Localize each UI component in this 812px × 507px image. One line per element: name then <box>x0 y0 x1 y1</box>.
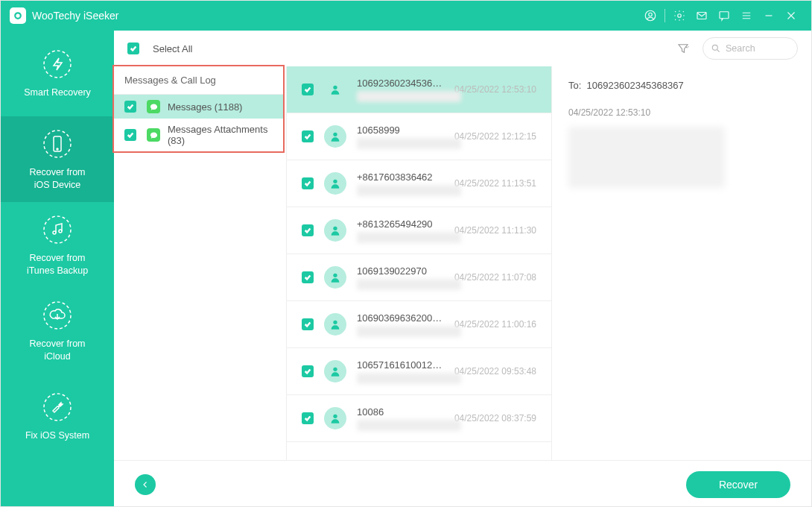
message-title: 10657161610012… <box>357 359 447 371</box>
message-row[interactable]: 10692360234536…04/25/2022 12:53:10 <box>287 66 551 113</box>
sidebar-item-recover-itunes[interactable]: Recover from iTunes Backup <box>1 202 114 288</box>
tree-item-checkbox[interactable] <box>124 129 136 141</box>
select-all-checkbox[interactable] <box>127 42 139 54</box>
filter-icon[interactable] <box>671 38 695 59</box>
svg-point-6 <box>44 130 71 157</box>
message-time: 04/25/2022 09:53:48 <box>454 366 536 377</box>
message-title: 10690369636200… <box>357 312 447 324</box>
message-preview-redacted <box>357 91 461 102</box>
message-preview-redacted <box>357 420 461 431</box>
message-checkbox[interactable] <box>302 412 314 424</box>
avatar <box>324 313 346 336</box>
sidebar-item-smart-recovery[interactable]: Smart Recovery <box>1 31 114 116</box>
message-title: 10086 <box>357 406 447 418</box>
tree-item-label: Messages (1188) <box>168 101 242 113</box>
svg-rect-7 <box>54 136 61 151</box>
sidebar-item-label: Recover from iCloud <box>29 338 85 363</box>
message-preview-redacted <box>357 373 461 384</box>
itunes-icon <box>41 213 74 246</box>
svg-point-20 <box>333 415 337 418</box>
message-checkbox[interactable] <box>302 84 314 95</box>
svg-point-18 <box>333 321 337 324</box>
search-input[interactable] <box>726 43 785 54</box>
settings-icon[interactable] <box>668 4 691 27</box>
svg-point-8 <box>57 148 58 150</box>
message-checkbox[interactable] <box>302 130 314 142</box>
message-row[interactable]: 10657161610012…04/25/2022 09:53:48 <box>287 348 551 395</box>
message-preview-redacted <box>357 279 461 290</box>
tree-item-messages[interactable]: Messages (1188) <box>114 95 283 119</box>
message-row[interactable]: 1065899904/25/2022 12:12:15 <box>287 113 551 160</box>
avatar <box>324 219 346 242</box>
message-row[interactable]: 10690369636200…04/25/2022 11:00:16 <box>287 301 551 348</box>
message-title: 10692360234536… <box>357 78 447 89</box>
smart-recovery-icon <box>41 48 74 81</box>
svg-point-19 <box>333 368 337 371</box>
tree-group-header[interactable]: Messages & Call Log <box>114 66 283 95</box>
fix-ios-icon <box>41 391 74 423</box>
toolbar: Select All <box>114 31 811 66</box>
sidebar-item-label: Fix iOS System <box>25 429 89 442</box>
footer: Recover <box>114 460 811 507</box>
message-row[interactable]: 106913902297004/25/2022 11:07:08 <box>287 254 551 301</box>
category-tree: Messages & Call Log Messages (1188) Mess… <box>114 66 287 460</box>
message-checkbox[interactable] <box>302 271 314 283</box>
sidebar-item-label: Smart Recovery <box>24 86 91 99</box>
menu-icon[interactable] <box>735 4 758 27</box>
svg-point-12 <box>712 45 717 50</box>
svg-point-2 <box>678 14 682 18</box>
message-checkbox[interactable] <box>302 318 314 330</box>
icloud-icon <box>41 299 74 332</box>
message-time: 04/25/2022 11:11:30 <box>454 225 536 236</box>
message-row[interactable]: +861326549429004/25/2022 11:11:30 <box>287 207 551 254</box>
app-logo <box>10 7 26 24</box>
mail-icon[interactable] <box>691 4 713 27</box>
message-time: 04/25/2022 12:12:15 <box>454 131 536 142</box>
select-all-label: Select All <box>153 43 192 54</box>
detail-timestamp: 04/25/2022 12:53:10 <box>568 107 795 118</box>
tree-item-messages-attachments[interactable]: Messages Attachments (83) <box>114 119 283 151</box>
search-box[interactable] <box>702 37 798 60</box>
ios-device-icon <box>41 127 74 160</box>
detail-to: To: 106923602345368367 <box>568 80 795 91</box>
back-button[interactable] <box>135 474 156 495</box>
svg-rect-4 <box>720 12 729 19</box>
account-icon[interactable] <box>639 4 662 27</box>
detail-to-label: To: <box>568 80 581 91</box>
svg-point-17 <box>333 274 337 277</box>
message-time: 04/25/2022 11:07:08 <box>454 272 536 283</box>
message-preview-redacted <box>357 232 461 243</box>
avatar <box>324 125 346 148</box>
message-checkbox[interactable] <box>302 177 314 189</box>
sidebar: Smart Recovery Recover from iOS Device R… <box>1 31 114 507</box>
recover-button[interactable]: Recover <box>686 471 790 498</box>
message-checkbox[interactable] <box>302 224 314 236</box>
message-checkbox[interactable] <box>302 365 314 377</box>
svg-point-13 <box>333 86 337 89</box>
sidebar-item-fix-ios[interactable]: Fix iOS System <box>1 374 114 459</box>
sidebar-item-label: Recover from iTunes Backup <box>27 252 88 277</box>
avatar <box>324 407 346 429</box>
svg-point-15 <box>333 180 337 183</box>
message-row[interactable]: 1008604/25/2022 08:37:59 <box>287 395 551 442</box>
message-title: 1069139022970 <box>357 265 447 277</box>
messages-app-icon <box>147 100 160 113</box>
message-preview-redacted <box>357 138 461 149</box>
app-title: WooTechy iSeeker <box>32 10 118 22</box>
feedback-icon[interactable] <box>713 4 735 27</box>
svg-point-1 <box>649 13 653 16</box>
message-preview-redacted <box>357 326 461 337</box>
minimize-icon[interactable] <box>758 4 780 27</box>
message-time: 04/25/2022 11:13:51 <box>454 178 536 189</box>
titlebar: WooTechy iSeeker <box>1 1 811 31</box>
sidebar-item-recover-ios-device[interactable]: Recover from iOS Device <box>1 116 114 202</box>
message-row[interactable]: +861760383646204/25/2022 11:13:51 <box>287 160 551 207</box>
avatar <box>324 266 346 289</box>
message-time: 04/25/2022 08:37:59 <box>454 413 536 423</box>
svg-point-9 <box>44 216 71 243</box>
sidebar-item-recover-icloud[interactable]: Recover from iCloud <box>1 288 114 374</box>
tree-item-checkbox[interactable] <box>124 101 136 113</box>
detail-to-value: 106923602345368367 <box>587 80 684 91</box>
avatar <box>324 172 346 195</box>
close-icon[interactable] <box>780 4 802 27</box>
